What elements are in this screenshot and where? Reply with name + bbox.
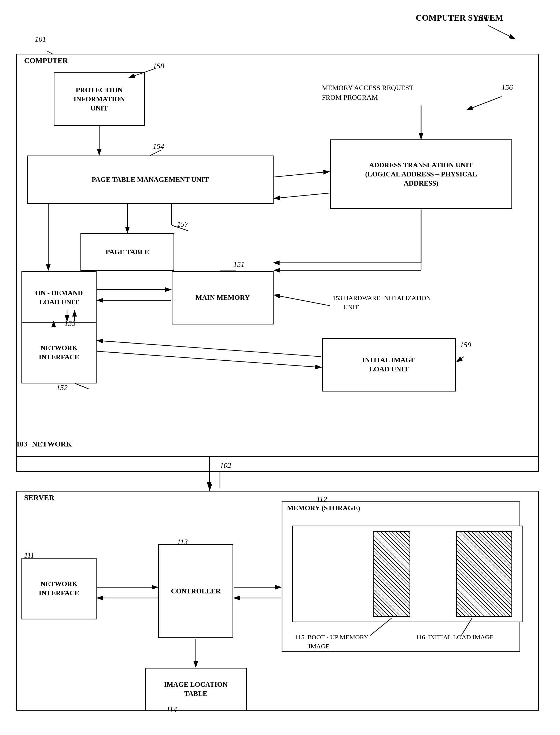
ref-156: 156 bbox=[502, 83, 513, 92]
ref-151: 151 bbox=[233, 260, 245, 269]
network-vert-line bbox=[209, 456, 210, 491]
main-memory-box: MAIN MEMORY bbox=[172, 271, 274, 325]
protection-info-box: PROTECTION INFORMATION UNIT bbox=[54, 72, 145, 126]
network-interface-top-box: NETWORK INTERFACE bbox=[21, 322, 97, 383]
network-line bbox=[16, 456, 539, 457]
ref-101: 101 bbox=[35, 35, 46, 43]
server-label: SERVER bbox=[24, 493, 54, 502]
ref-155: 155 bbox=[64, 319, 76, 328]
on-demand-box: ON - DEMAND LOAD UNIT bbox=[21, 271, 97, 325]
hatch-box-2 bbox=[456, 531, 512, 617]
initial-image-box: INITIAL IMAGE LOAD UNIT bbox=[322, 338, 456, 391]
diagram: COMPUTER SYSTEM 100 COMPUTER 101 PROTECT… bbox=[0, 0, 560, 735]
ref-113: 113 bbox=[177, 538, 188, 546]
hatch-box-1 bbox=[373, 531, 410, 617]
page-table-mgmt-box: PAGE TABLE MANAGEMENT UNIT bbox=[27, 156, 274, 204]
address-translation-box: ADDRESS TRANSLATION UNIT (LOGICAL ADDRES… bbox=[330, 140, 512, 209]
computer-system-label: COMPUTER SYSTEM bbox=[416, 13, 503, 23]
memory-access-label: MEMORY ACCESS REQUEST FROM PROGRAM bbox=[322, 83, 413, 103]
boot-up-label: 115 BOOT - UP MEMORY IMAGE bbox=[295, 633, 368, 651]
page-table-box: PAGE TABLE bbox=[80, 233, 174, 271]
image-location-box: IMAGE LOCATION TABLE bbox=[145, 668, 247, 711]
ref-111: 111 bbox=[24, 551, 34, 560]
ref-100: 100 bbox=[477, 14, 489, 23]
ref-158: 158 bbox=[153, 62, 164, 70]
controller-box: CONTROLLER bbox=[158, 544, 233, 638]
hardware-init-label: 153 HARDWARE INITIALIZATION UNIT bbox=[333, 294, 431, 312]
memory-storage-label: MEMORY (STORAGE) bbox=[287, 504, 360, 512]
svg-line-4 bbox=[488, 25, 515, 39]
network-label: 103 NETWORK bbox=[16, 440, 72, 448]
ref-102: 102 bbox=[220, 461, 231, 470]
computer-label: COMPUTER bbox=[24, 56, 68, 65]
network-interface-bottom-box: NETWORK INTERFACE bbox=[21, 558, 97, 619]
ref-114: 114 bbox=[166, 705, 177, 714]
ref-154: 154 bbox=[153, 142, 164, 151]
initial-load-label: 116 INITIAL LOAD IMAGE bbox=[416, 633, 494, 642]
ref-112: 112 bbox=[316, 495, 327, 503]
ref-157: 157 bbox=[177, 220, 188, 229]
ref-152: 152 bbox=[56, 383, 68, 392]
ref-159: 159 bbox=[460, 341, 471, 349]
